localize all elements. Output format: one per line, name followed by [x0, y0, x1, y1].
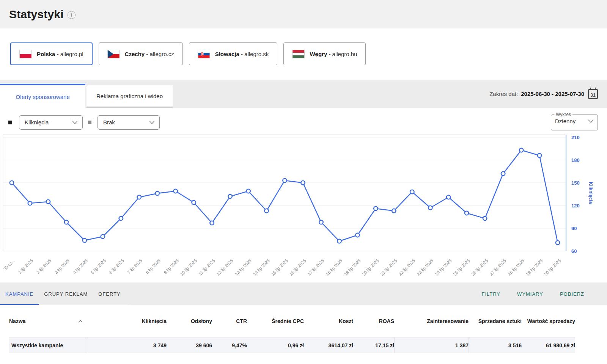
marketplace-selector: Polska - allegro.plCzechy - allegro.czSł…	[0, 28, 607, 80]
info-icon[interactable]: i	[68, 11, 75, 19]
statistics-page: Statystyki i Polska - allegro.plCzechy -…	[0, 0, 607, 353]
flag-hu-icon	[292, 50, 305, 58]
date-range-label: Zakres dat:	[489, 91, 518, 97]
column-header[interactable]: Zainteresowanie	[394, 318, 469, 325]
flag-pl-icon	[19, 50, 32, 58]
tab-sponsored-offers[interactable]: Oferty sponsorowane	[0, 84, 85, 108]
svg-text:30 lip 2025: 30 lip 2025	[543, 258, 561, 276]
country-domain: - allegro.hu	[327, 51, 357, 57]
column-header[interactable]: Sprzedane sztuki	[469, 318, 522, 325]
chart-type-select[interactable]: Dzienny	[554, 116, 595, 126]
main-tabbar: Oferty sponsorowaneReklama graficzna i w…	[0, 80, 607, 108]
page-title: Statystyki	[9, 8, 64, 21]
table-tab-grupy-reklam[interactable]: GRUPY REKLAM	[39, 282, 93, 305]
svg-text:30 cz...: 30 cz...	[3, 258, 16, 271]
table-tab-kampanie[interactable]: KAMPANIE	[0, 282, 39, 305]
marketplace-button-pl[interactable]: Polska - allegro.pl	[10, 42, 93, 65]
row-value: 0,96 zł	[247, 337, 304, 353]
svg-text:27 lip 2025: 27 lip 2025	[489, 258, 507, 276]
svg-text:120: 120	[571, 203, 580, 209]
svg-text:21 lip 2025: 21 lip 2025	[379, 258, 398, 276]
country-name: Polska	[37, 51, 55, 57]
svg-text:210: 210	[571, 135, 580, 140]
svg-text:16 lip 2025: 16 lip 2025	[289, 258, 307, 276]
calendar-icon[interactable]: 31	[588, 89, 598, 99]
svg-text:24 lip 2025: 24 lip 2025	[434, 258, 452, 276]
flag-cz-icon	[107, 50, 120, 58]
metric1-select[interactable]: Kliknięcia	[19, 115, 83, 130]
svg-text:23 lip 2025: 23 lip 2025	[416, 258, 434, 276]
svg-text:26 lip 2025: 26 lip 2025	[470, 258, 489, 276]
metric2-select[interactable]: Brak	[97, 115, 160, 130]
country-domain: - allegro.pl	[55, 51, 83, 57]
series2-marker-icon	[88, 121, 91, 124]
chart-type-fieldset: Wykres Dzienny	[551, 112, 598, 130]
row-value: 39 606	[167, 337, 212, 353]
column-header[interactable]: Średnie CPC	[247, 318, 304, 325]
chevron-down-icon	[588, 119, 594, 123]
svg-text:2 lip 2025: 2 lip 2025	[36, 258, 52, 275]
clicks-line-chart: 2101801501209060Kliknięcia30 cz...1 lip …	[0, 132, 607, 282]
chevron-down-icon	[72, 121, 78, 124]
svg-text:28 lip 2025: 28 lip 2025	[507, 258, 525, 276]
date-range: Zakres dat: 2025-06-30 - 2025-07-30 31	[489, 80, 598, 108]
sort-asc-icon[interactable]	[78, 320, 83, 323]
svg-text:6 lip 2025: 6 lip 2025	[108, 258, 125, 275]
svg-text:15 lip 2025: 15 lip 2025	[270, 258, 289, 276]
row-value: 9,47%	[212, 337, 247, 353]
chart-controls: Kliknięcia Brak Wykres Dzienny	[0, 108, 607, 131]
svg-text:Kliknięcia: Kliknięcia	[588, 182, 593, 204]
table-row[interactable]: Wszystkie kampanie3 74939 6069,47%0,96 z…	[9, 337, 575, 353]
svg-text:18 lip 2025: 18 lip 2025	[325, 258, 343, 276]
table-action-filtry[interactable]: FILTRY	[481, 291, 500, 297]
date-range-value: 2025-06-30 - 2025-07-30	[521, 91, 584, 97]
svg-text:90: 90	[571, 226, 577, 231]
svg-text:22 lip 2025: 22 lip 2025	[398, 258, 416, 276]
column-header[interactable]: Nazwa	[9, 318, 85, 325]
column-header[interactable]: Kliknięcia	[85, 318, 167, 325]
svg-text:5 lip 2025: 5 lip 2025	[90, 258, 107, 275]
marketplace-button-sk[interactable]: Słowacja - allegro.sk	[189, 42, 278, 65]
flag-sk-icon	[198, 50, 210, 58]
table-action-pobierz[interactable]: POBIERZ	[560, 291, 584, 297]
marketplace-button-hu[interactable]: Węgry - allegro.hu	[283, 42, 366, 65]
tab-display-video-ads[interactable]: Reklama graficzna i wideo	[86, 85, 173, 108]
svg-text:3 lip 2025: 3 lip 2025	[54, 258, 71, 275]
svg-text:13 lip 2025: 13 lip 2025	[234, 258, 252, 276]
svg-text:10 lip 2025: 10 lip 2025	[179, 258, 198, 276]
marketplace-button-cz[interactable]: Czechy - allegro.cz	[99, 42, 183, 65]
row-value: 17,15 zł	[353, 337, 394, 353]
table-action-wymiary[interactable]: WYMIARY	[517, 291, 543, 297]
page-header: Statystyki i	[0, 0, 607, 28]
country-domain: - allegro.sk	[239, 51, 269, 57]
country-domain: - allegro.cz	[145, 51, 174, 57]
svg-text:17 lip 2025: 17 lip 2025	[307, 258, 325, 276]
chart-type-label: Wykres	[554, 112, 572, 117]
row-value: 3614,07 zł	[304, 337, 353, 353]
svg-text:7 lip 2025: 7 lip 2025	[126, 258, 143, 275]
svg-text:1 lip 2025: 1 lip 2025	[17, 258, 34, 275]
column-header[interactable]: Wartość sprzedaży	[522, 318, 575, 325]
svg-text:4 lip 2025: 4 lip 2025	[72, 258, 89, 275]
svg-text:25 lip 2025: 25 lip 2025	[452, 258, 470, 276]
chart-section: Kliknięcia Brak Wykres Dzienny 210180150…	[0, 108, 607, 282]
column-header[interactable]: Odsłony	[167, 318, 212, 325]
svg-text:180: 180	[571, 157, 580, 163]
row-value: 1 387	[394, 337, 469, 353]
svg-text:29 lip 2025: 29 lip 2025	[525, 258, 543, 276]
column-header[interactable]: ROAS	[353, 318, 394, 325]
campaigns-table: NazwaKliknięciaOdsłonyCTRŚrednie CPCKosz…	[0, 305, 607, 353]
column-header[interactable]: CTR	[212, 318, 247, 325]
svg-text:8 lip 2025: 8 lip 2025	[145, 258, 161, 275]
table-tab-oferty[interactable]: OFERTY	[93, 282, 126, 305]
table-tabbar: KAMPANIEGRUPY REKLAMOFERTY FILTRYWYMIARY…	[0, 282, 607, 305]
column-header[interactable]: Koszt	[304, 318, 353, 325]
table-header-row: NazwaKliknięciaOdsłonyCTRŚrednie CPCKosz…	[9, 305, 575, 337]
svg-text:19 lip 2025: 19 lip 2025	[343, 258, 361, 276]
country-name: Węgry	[310, 51, 327, 57]
row-value: 3 749	[85, 337, 167, 353]
svg-text:12 lip 2025: 12 lip 2025	[216, 258, 234, 276]
row-name: Wszystkie kampanie	[9, 337, 85, 353]
svg-text:9 lip 2025: 9 lip 2025	[163, 258, 179, 275]
country-name: Czechy	[125, 51, 145, 57]
